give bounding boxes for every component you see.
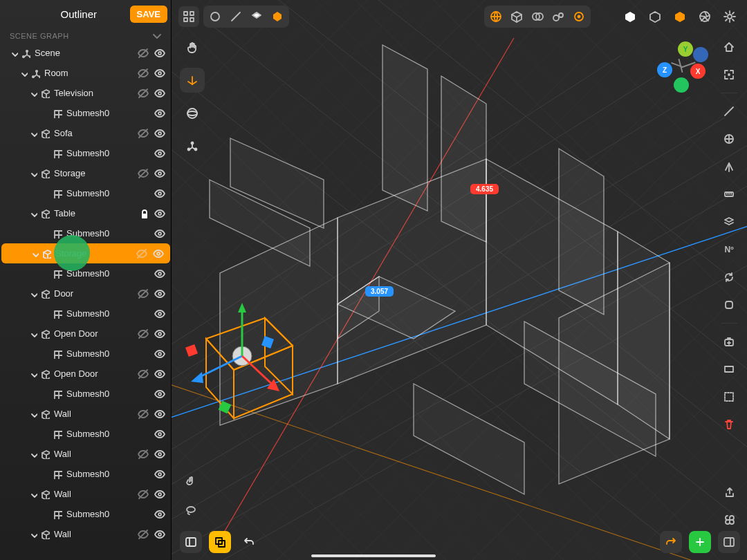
tree-row-submesh0[interactable]: Submesh0 (0, 183, 172, 203)
view-front-button[interactable] (620, 6, 640, 27)
undo-button[interactable] (238, 531, 260, 553)
tree-row-storage[interactable]: Storage (0, 163, 172, 183)
target-toggle[interactable] (569, 7, 589, 26)
eye-slash-icon[interactable] (137, 127, 149, 140)
tree-row-scene[interactable]: Scene (0, 43, 172, 63)
eye-icon[interactable] (154, 428, 166, 440)
chevron-down-icon[interactable] (29, 330, 37, 338)
view-persp-button[interactable] (670, 6, 690, 27)
eye-icon[interactable] (154, 488, 166, 501)
eye-slash-icon[interactable] (137, 67, 149, 80)
tree-row-submesh0[interactable]: Submesh0 (0, 384, 172, 404)
redo-button[interactable] (660, 531, 682, 553)
tree-row-open-door[interactable]: Open Door (0, 324, 172, 344)
chevron-down-icon[interactable] (29, 370, 37, 378)
eye-icon[interactable] (154, 308, 166, 320)
lasso-button[interactable] (180, 499, 202, 521)
lock-icon[interactable] (138, 208, 149, 219)
home-button[interactable] (718, 36, 740, 58)
settings-button[interactable] (719, 6, 740, 27)
tree-row-sofa[interactable]: Sofa (0, 123, 172, 143)
eye-slash-icon[interactable] (137, 328, 149, 340)
eye-icon[interactable] (154, 107, 166, 120)
tree-row-room[interactable]: Room (0, 63, 172, 83)
eye-icon[interactable] (154, 187, 166, 200)
eye-icon[interactable] (154, 348, 166, 360)
layers-button[interactable] (718, 211, 740, 233)
gear-link-toggle[interactable] (548, 7, 569, 26)
eye-icon[interactable] (154, 328, 166, 340)
chevron-down-icon[interactable] (29, 209, 37, 218)
eye-icon[interactable] (152, 248, 165, 260)
orientation-gizmo[interactable]: X Y Z (657, 41, 706, 90)
snap-toggle[interactable] (209, 531, 231, 553)
eye-slash-icon[interactable] (137, 528, 149, 541)
chevron-down-icon[interactable] (29, 490, 37, 498)
panel-layout-button[interactable] (180, 531, 202, 553)
move-tool[interactable] (180, 68, 205, 93)
rect-button[interactable] (718, 358, 740, 380)
save-button[interactable]: SAVE (130, 6, 167, 23)
eye-icon[interactable] (154, 288, 166, 300)
command-button[interactable] (719, 510, 740, 530)
select-tool[interactable] (180, 35, 205, 59)
chevron-down-icon[interactable] (29, 169, 37, 178)
refresh-button[interactable] (718, 266, 740, 288)
tree-row-table[interactable]: Table (0, 203, 172, 223)
tree-row-submesh0[interactable]: Submesh0 (0, 424, 172, 444)
tree-row-storage[interactable]: Storage (1, 243, 170, 263)
tree-row-submesh0[interactable]: Submesh0 (0, 344, 172, 364)
eye-icon[interactable] (154, 127, 166, 140)
eye-icon[interactable] (154, 87, 166, 100)
eye-slash-icon[interactable] (137, 488, 149, 501)
mirror-button[interactable] (718, 156, 740, 178)
eye-icon[interactable] (154, 408, 166, 420)
chevron-down-icon[interactable] (29, 530, 37, 539)
tree-row-door[interactable]: Door (0, 283, 172, 304)
chevron-down-icon[interactable] (29, 290, 37, 298)
eye-slash-icon[interactable] (137, 47, 149, 59)
render-settings-button[interactable] (694, 6, 715, 27)
view-back-button[interactable] (645, 6, 665, 27)
eye-slash-icon[interactable] (137, 87, 149, 100)
eye-icon[interactable] (154, 528, 166, 541)
eye-slash-icon[interactable] (137, 408, 149, 420)
tree-row-submesh0[interactable]: Submesh0 (0, 143, 172, 163)
tree-row-submesh0[interactable]: Submesh0 (0, 103, 172, 123)
tree-row-wall[interactable]: Wall (0, 484, 172, 504)
viewport-3d[interactable]: 4.635 3.057 X Y Z (172, 0, 747, 560)
hand-pan-button[interactable] (180, 470, 202, 492)
shading-solid-button[interactable] (246, 7, 267, 26)
shading-diag-button[interactable] (225, 7, 246, 26)
eye-icon[interactable] (154, 147, 166, 160)
chevron-down-icon[interactable] (29, 450, 37, 458)
eye-icon[interactable] (154, 448, 166, 460)
eye-slash-icon[interactable] (137, 368, 149, 380)
tree-row-submesh0[interactable]: Submesh0 (0, 504, 172, 524)
shading-rendered-button[interactable] (267, 7, 288, 26)
eye-icon[interactable] (154, 368, 166, 380)
rotate-tool[interactable] (180, 101, 205, 126)
eye-slash-icon[interactable] (136, 248, 148, 260)
rounded-rect-button[interactable] (718, 294, 740, 316)
delete-button[interactable] (718, 413, 740, 436)
chevron-down-icon[interactable] (29, 410, 37, 418)
chevron-down-icon[interactable] (29, 89, 37, 97)
frame-button[interactable] (718, 64, 740, 86)
tree-row-television[interactable]: Television (0, 83, 172, 103)
medkit-button[interactable] (718, 330, 740, 353)
scale-tool[interactable] (180, 134, 205, 159)
eye-icon[interactable] (154, 47, 166, 59)
number-button[interactable]: Nº (718, 239, 740, 261)
tree-row-submesh0[interactable]: Submesh0 (0, 263, 172, 283)
add-button[interactable] (689, 531, 711, 553)
eye-slash-icon[interactable] (137, 448, 149, 460)
tree-row-submesh0[interactable]: Submesh0 (0, 223, 172, 243)
chevron-down-icon[interactable] (10, 49, 18, 57)
eye-icon[interactable] (154, 207, 166, 220)
tree-row-open-door[interactable]: Open Door (0, 364, 172, 384)
eye-icon[interactable] (154, 268, 166, 280)
tree-row-submesh0[interactable]: Submesh0 (0, 464, 172, 484)
globe-toggle[interactable] (486, 7, 506, 26)
eye-icon[interactable] (154, 227, 166, 240)
